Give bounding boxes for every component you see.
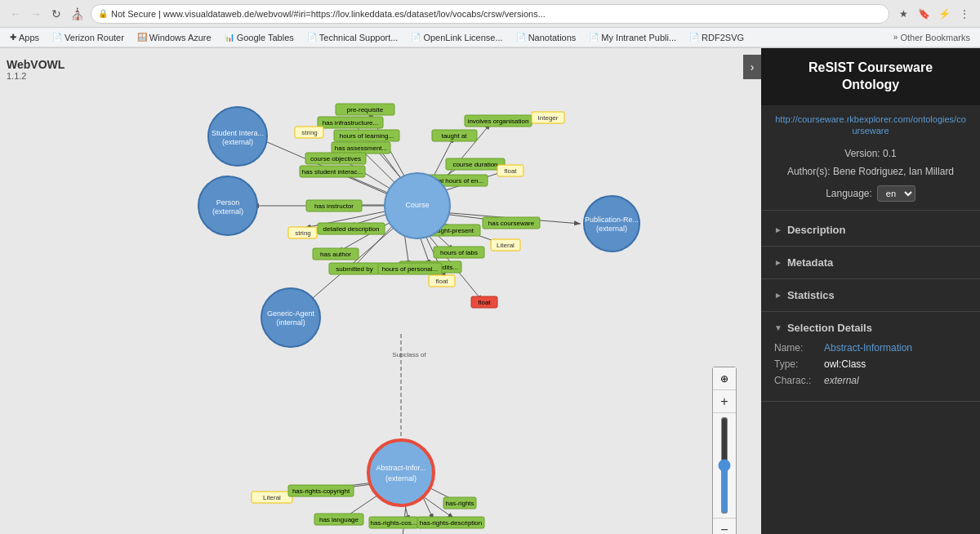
svg-text:has-rights-copyright: has-rights-copyright [292, 487, 350, 495]
bookmark-apps[interactable]: ✚ Apps [7, 31, 42, 44]
svg-text:Publication-Re...: Publication-Re... [585, 216, 639, 224]
svg-text:Generic-Agent: Generic-Agent [267, 309, 315, 318]
bookmark-openlink-label: OpenLink License... [423, 33, 502, 42]
forward-button[interactable]: → [27, 5, 45, 23]
bookmark-verizon-label: Verizon Router [65, 33, 124, 42]
home-button[interactable]: ⛪ [68, 5, 86, 23]
zoom-in-button[interactable]: + [713, 390, 736, 413]
svg-text:has author: has author [320, 251, 351, 258]
svg-text:hours of labs: hours of labs [440, 249, 478, 256]
zoom-crosshair-button[interactable]: ⊕ [713, 367, 736, 390]
bookmark-openlink[interactable]: 📄 OpenLink License... [408, 31, 506, 44]
intranet-icon: 📄 [589, 33, 599, 42]
type-label: Type: [774, 358, 819, 370]
tech-icon: 📄 [307, 33, 317, 42]
ontology-svg[interactable]: Subclass of pre-requisite has infrastruc… [0, 48, 761, 534]
metadata-label: Metadata [787, 256, 833, 269]
svg-text:course duration: course duration [452, 161, 497, 168]
bookmark-nanotations[interactable]: 📄 Nanotations [513, 31, 580, 44]
svg-text:string: string [301, 129, 318, 136]
svg-text:pre-requisite: pre-requisite [347, 106, 384, 113]
svg-text:has instructor: has instructor [314, 202, 354, 210]
bookmark-azure[interactable]: 🪟 Windows Azure [134, 31, 215, 44]
svg-text:has-rights-description: has-rights-description [420, 519, 482, 527]
browser-chrome: ← → ↻ ⛪ 🔒 Not Secure | www.visualdataweb… [0, 0, 980, 48]
bookmark-rdf2svg-label: RDF2SVG [702, 33, 744, 42]
bookmark-star-button[interactable]: ★ [894, 5, 912, 23]
selection-details: ▼ Selection Details Name: Abstract-Infor… [761, 312, 980, 401]
address-text: Not Secure | www.visualdataweb.de/webvow… [111, 9, 882, 19]
zoom-slider[interactable] [721, 416, 728, 514]
other-icon: » [893, 33, 898, 42]
name-value: Abstract-Information [824, 342, 912, 354]
version-label: Version: [844, 148, 880, 159]
rdf2svg-icon: 📄 [689, 33, 699, 42]
svg-text:Course: Course [405, 201, 429, 209]
bookmark-nanotations-label: Nanotations [528, 33, 577, 42]
bookmark-other[interactable]: » Other Bookmarks [890, 31, 973, 44]
svg-text:Abstract-Infor...: Abstract-Infor... [376, 464, 425, 472]
detail-charac-row: Charac.: external [774, 375, 967, 386]
statistics-arrow-icon: ► [774, 291, 782, 300]
svg-text:string: string [295, 229, 311, 237]
bookmark-verizon[interactable]: 📄 Verizon Router [49, 31, 127, 44]
extensions-button[interactable]: ⚡ [935, 5, 953, 23]
verizon-icon: 📄 [52, 33, 62, 42]
svg-text:float: float [504, 167, 517, 175]
svg-point-106 [368, 440, 434, 505]
accordion-description: ► Description [761, 214, 980, 247]
svg-text:(internal): (internal) [276, 318, 305, 327]
language-select[interactable]: en de fr es [877, 185, 915, 202]
panel-title-text: ReSIST CoursewareOntology [774, 60, 967, 94]
svg-text:(external): (external) [385, 474, 416, 483]
tables-icon: 📊 [225, 33, 234, 42]
svg-text:(external): (external) [596, 225, 627, 233]
bookmark-other-label: Other Bookmarks [900, 33, 970, 42]
panel-version: Version: 0.1 [761, 145, 980, 162]
back-button[interactable]: ← [7, 5, 24, 23]
accordion-metadata: ► Metadata [761, 247, 980, 279]
toggle-sidebar-button[interactable]: › [743, 55, 761, 79]
ontology-link[interactable]: http://courseware.rkbexplorer.com/ontolo… [775, 114, 966, 136]
charac-value: external [824, 375, 859, 386]
svg-text:detailed description: detailed description [323, 225, 380, 233]
browser-actions: ★ 🔖 ⚡ ⋮ [894, 5, 973, 23]
refresh-button[interactable]: ↻ [47, 5, 65, 23]
browser-toolbar: ← → ↻ ⛪ 🔒 Not Secure | www.visualdataweb… [0, 0, 980, 28]
panel-title: ReSIST CoursewareOntology [761, 48, 980, 105]
nanotations-icon: 📄 [516, 33, 526, 42]
lock-icon: 🔒 [98, 9, 108, 18]
authors-value: Bene Rodriguez, Ian Millard [833, 166, 954, 177]
svg-text:(external): (external) [222, 138, 253, 146]
menu-button[interactable]: ⋮ [956, 5, 973, 23]
svg-text:has-rights: has-rights [445, 500, 474, 507]
charac-label: Charac.: [774, 375, 819, 386]
azure-icon: 🪟 [137, 33, 147, 42]
selection-arrow-icon: ▼ [774, 323, 782, 332]
accordion-statistics-header[interactable]: ► Statistics [761, 279, 980, 311]
canvas-area[interactable]: WebVOWL 1.1.2 › [0, 48, 761, 534]
accordion-statistics: ► Statistics [761, 279, 980, 312]
bookmark-tech-support[interactable]: 📄 Technical Support... [304, 31, 402, 44]
svg-text:has language: has language [319, 516, 359, 523]
svg-text:float: float [435, 278, 448, 285]
zoom-out-button[interactable]: − [713, 518, 736, 534]
authors-label: Author(s): [787, 166, 831, 177]
svg-text:taught at: taught at [441, 132, 467, 140]
svg-text:has courseware: has courseware [488, 220, 535, 227]
detail-name-row: Name: Abstract-Information [774, 342, 967, 354]
panel-language: Language: en de fr es [761, 180, 980, 207]
selection-title-row: ▼ Selection Details [774, 322, 967, 334]
bookmark-rdf2svg[interactable]: 📄 RDF2SVG [686, 31, 747, 44]
svg-text:hours of learning...: hours of learning... [340, 132, 394, 140]
accordion-description-header[interactable]: ► Description [761, 214, 980, 246]
bookmark-intranet[interactable]: 📄 My Intranet Publi... [586, 31, 679, 44]
statistics-label: Statistics [787, 289, 835, 301]
address-bar[interactable]: 🔒 Not Secure | www.visualdataweb.de/webv… [91, 4, 889, 24]
svg-text:has-rights-cos...: has-rights-cos... [371, 519, 417, 527]
bookmark-button[interactable]: 🔖 [915, 5, 933, 23]
zoom-controls: ⊕ + − [712, 367, 737, 534]
bookmark-tables[interactable]: 📊 Google Tables [221, 31, 297, 44]
name-label: Name: [774, 342, 819, 354]
accordion-metadata-header[interactable]: ► Metadata [761, 247, 980, 278]
